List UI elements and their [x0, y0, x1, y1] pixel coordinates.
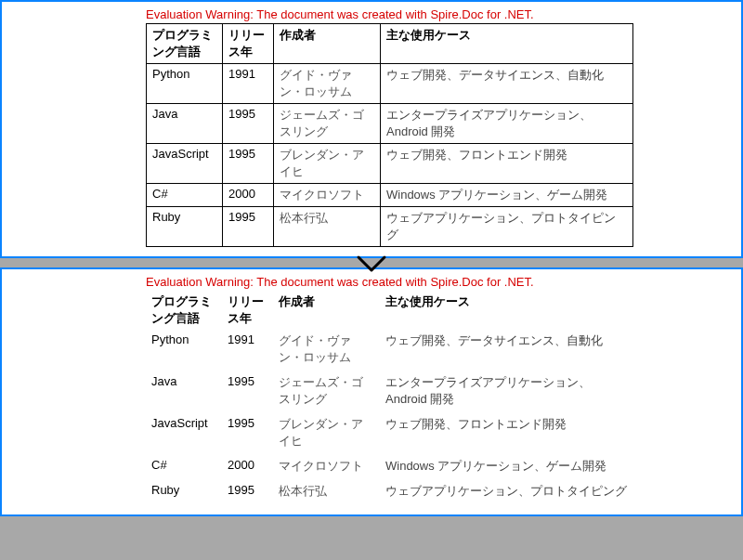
- header-creator: 作成者: [274, 24, 381, 64]
- table-body-bordered: Python1991グイド・ヴァン・ロッサムウェブ開発、データサイエンス、自動化…: [147, 64, 633, 247]
- cell-creator: マイクロソフト: [274, 184, 381, 207]
- cell-creator: グイド・ヴァン・ロッサム: [273, 330, 380, 371]
- cell-creator: ブレンダン・アイヒ: [273, 413, 380, 455]
- table-header-row: プログラミング言語 リリース年 作成者 主な使用ケース: [147, 24, 633, 64]
- cell-use: ウェブ開発、データサイエンス、自動化: [381, 64, 633, 104]
- languages-table-bordered: プログラミング言語 リリース年 作成者 主な使用ケース Python1991グイ…: [146, 23, 633, 247]
- evaluation-warning: Evaluation Warning: The document was cre…: [146, 7, 741, 21]
- cell-year: 1991: [223, 64, 274, 104]
- cell-use: ウェブ開発、データサイエンス、自動化: [380, 330, 633, 371]
- header-use: 主な使用ケース: [380, 291, 633, 330]
- table-row: C#2000マイクロソフトWindows アプリケーション、ゲーム開発: [147, 184, 633, 207]
- cell-creator: ジェームズ・ゴスリング: [274, 104, 381, 144]
- cell-use: Windows アプリケーション、ゲーム開発: [381, 184, 633, 207]
- cell-creator: ジェームズ・ゴスリング: [273, 371, 380, 413]
- cell-use: ウェブ開発、フロントエンド開発: [380, 413, 633, 455]
- cell-lang: Python: [146, 330, 222, 371]
- cell-creator: マイクロソフト: [273, 455, 380, 480]
- header-use: 主な使用ケース: [381, 24, 633, 64]
- cell-year: 1995: [223, 104, 274, 144]
- table-row: JavaScript1995ブレンダン・アイヒウェブ開発、フロントエンド開発: [146, 413, 633, 455]
- cell-creator: グイド・ヴァン・ロッサム: [274, 64, 381, 104]
- cell-year: 1995: [223, 144, 274, 184]
- table-row: C#2000マイクロソフトWindows アプリケーション、ゲーム開発: [146, 455, 633, 480]
- cell-year: 2000: [222, 455, 273, 480]
- cell-creator: 松本行弘: [273, 480, 380, 505]
- table-row: JavaScript1995ブレンダン・アイヒウェブ開発、フロントエンド開発: [147, 144, 633, 184]
- before-after-divider: [0, 256, 743, 269]
- cell-year: 1991: [222, 330, 273, 371]
- cell-lang: C#: [146, 455, 222, 480]
- cell-lang: Java: [146, 371, 222, 413]
- cell-lang: Python: [147, 64, 223, 104]
- header-lang: プログラミング言語: [147, 24, 223, 64]
- table-row: Java1995ジェームズ・ゴスリングエンタープライズアプリケーション、Andr…: [146, 371, 633, 413]
- cell-year: 1995: [223, 207, 274, 247]
- document-page-after: Evaluation Warning: The document was cre…: [0, 269, 743, 516]
- cell-lang: JavaScript: [147, 144, 223, 184]
- evaluation-warning: Evaluation Warning: The document was cre…: [146, 275, 741, 289]
- table-body-borderless: Python1991グイド・ヴァン・ロッサムウェブ開発、データサイエンス、自動化…: [146, 330, 633, 505]
- cell-creator: ブレンダン・アイヒ: [274, 144, 381, 184]
- cell-use: ウェブアプリケーション、プロトタイピング: [380, 480, 633, 505]
- cell-lang: Ruby: [147, 207, 223, 247]
- cell-use: エンタープライズアプリケーション、Android 開発: [381, 104, 633, 144]
- header-lang: プログラミング言語: [146, 291, 222, 330]
- cell-lang: Java: [147, 104, 223, 144]
- cell-lang: C#: [147, 184, 223, 207]
- cell-use: Windows アプリケーション、ゲーム開発: [380, 455, 633, 480]
- table-row: Python1991グイド・ヴァン・ロッサムウェブ開発、データサイエンス、自動化: [147, 64, 633, 104]
- cell-year: 1995: [222, 371, 273, 413]
- cell-lang: Ruby: [146, 480, 222, 505]
- cell-creator: 松本行弘: [274, 207, 381, 247]
- table-header-row: プログラミング言語 リリース年 作成者 主な使用ケース: [146, 291, 633, 330]
- cell-year: 2000: [223, 184, 274, 207]
- cell-year: 1995: [222, 480, 273, 505]
- cell-use: エンタープライズアプリケーション、Android 開発: [380, 371, 633, 413]
- table-row: Java1995ジェームズ・ゴスリングエンタープライズアプリケーション、Andr…: [147, 104, 633, 144]
- header-year: リリース年: [223, 24, 274, 64]
- table-row: Ruby1995松本行弘ウェブアプリケーション、プロトタイピング: [147, 207, 633, 247]
- header-creator: 作成者: [273, 291, 380, 330]
- cell-use: ウェブ開発、フロントエンド開発: [381, 144, 633, 184]
- cell-lang: JavaScript: [146, 413, 222, 455]
- table-row: Python1991グイド・ヴァン・ロッサムウェブ開発、データサイエンス、自動化: [146, 330, 633, 371]
- cell-year: 1995: [222, 413, 273, 455]
- chevron-down-icon: [356, 254, 387, 279]
- languages-table-borderless: プログラミング言語 リリース年 作成者 主な使用ケース Python1991グイ…: [146, 291, 633, 505]
- table-row: Ruby1995松本行弘ウェブアプリケーション、プロトタイピング: [146, 480, 633, 505]
- cell-use: ウェブアプリケーション、プロトタイピング: [381, 207, 633, 247]
- document-page-before: Evaluation Warning: The document was cre…: [0, 0, 743, 256]
- header-year: リリース年: [222, 291, 273, 330]
